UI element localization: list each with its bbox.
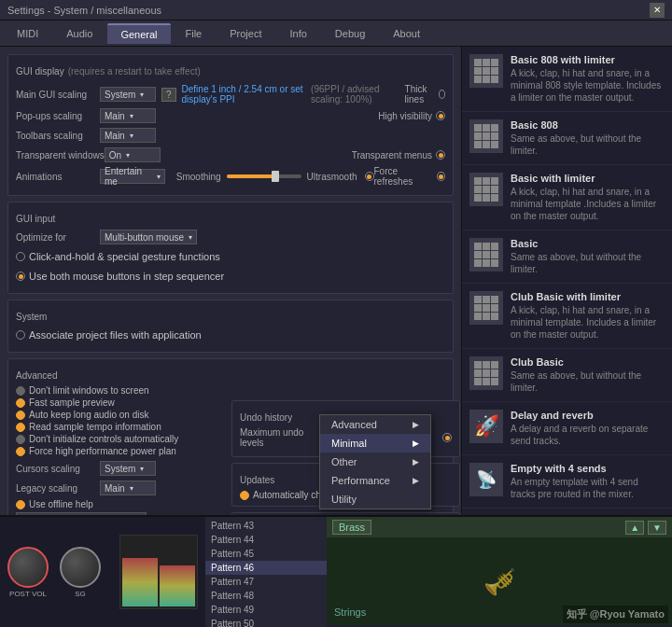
instrument-visual: 🎺 xyxy=(483,566,516,597)
template-icon-grid xyxy=(469,54,503,88)
toolbars-dropdown[interactable]: Main xyxy=(100,128,156,143)
bothbuttons-radio[interactable] xyxy=(16,272,25,281)
gui-display-subtitle: (requires a restart to take effect) xyxy=(68,66,201,77)
force-refresh-toggle[interactable] xyxy=(437,172,445,181)
auto-check-dot xyxy=(240,491,249,500)
undo-knob-toggle[interactable] xyxy=(442,433,452,442)
pattern-43[interactable]: Pattern 43 xyxy=(205,519,327,533)
post-vol-label: POST VOL xyxy=(9,590,47,598)
pattern-list: Pattern 43 Pattern 44 Pattern 45 Pattern… xyxy=(205,517,327,627)
pattern-49[interactable]: Pattern 49 xyxy=(205,603,327,617)
toolbars-label: Toolbars scaling xyxy=(16,131,100,141)
associate-label: Associate project files with application xyxy=(29,329,202,341)
menu-minimal[interactable]: Minimal▶ xyxy=(320,434,430,453)
tab-midi[interactable]: MIDI xyxy=(4,23,51,44)
trans-windows-label: Transparent windows xyxy=(16,150,105,160)
instrument-header: Brass ▲ ▼ xyxy=(327,517,672,537)
clickhold-radio[interactable] xyxy=(16,252,25,261)
offline-help-label: Use offline help xyxy=(29,499,93,509)
menu-utility[interactable]: Utility xyxy=(320,490,430,509)
pattern-46[interactable]: Pattern 46 xyxy=(205,561,327,575)
sg-knob[interactable] xyxy=(60,547,101,588)
animations-dropdown[interactable]: Entertain me xyxy=(100,169,165,184)
smoothing-slider[interactable] xyxy=(227,174,301,178)
gui-display-title: GUI display xyxy=(16,66,64,77)
optimize-label: Optimize for xyxy=(16,232,100,243)
template-icon-rocket: 🚀 xyxy=(469,410,503,443)
instrument-area: Brass ▲ ▼ 🎺 Strings xyxy=(327,517,672,627)
max-undo-label: Maximum undo levels xyxy=(240,427,329,448)
post-vol-knob-container: POST VOL xyxy=(7,547,49,598)
template-clubbasic[interactable]: Club Basic Same as above, but without th… xyxy=(462,349,672,402)
ultrasmooth-toggle[interactable] xyxy=(365,172,374,181)
sg-knob-container: SG xyxy=(60,547,101,598)
adv-check-1 xyxy=(16,398,25,408)
define-text: Define 1 inch / 2.54 cm or set display's… xyxy=(182,84,308,104)
main-scaling-label: Main GUI scaling xyxy=(16,90,100,100)
thick-lines-label: Thick lines xyxy=(405,84,435,104)
template-icon-grid3 xyxy=(469,173,503,206)
instrument-down-btn[interactable]: ▼ xyxy=(648,521,666,535)
adv-item-0[interactable]: Don't limit windows to screen xyxy=(16,385,445,396)
template-icon-grid6 xyxy=(469,356,503,390)
template-clubbasiclimiter[interactable]: Club Basic with limiter A kick, clap, hi… xyxy=(462,284,672,349)
template-empty4sends[interactable]: 📡 Empty with 4 sends An empty template w… xyxy=(462,455,672,509)
optimize-dropdown[interactable]: Multi-button mouse xyxy=(100,230,197,244)
tab-general[interactable]: General xyxy=(107,23,170,44)
tab-file[interactable]: File xyxy=(173,23,216,44)
template-icon-grid5 xyxy=(469,291,503,325)
tab-about[interactable]: About xyxy=(380,23,433,44)
tab-debug[interactable]: Debug xyxy=(322,23,378,44)
pattern-45[interactable]: Pattern 45 xyxy=(205,547,327,561)
bottom-bar: POST VOL SG Pattern 43 Pattern 44 Patter… xyxy=(0,515,672,627)
adv-check-4 xyxy=(16,435,25,444)
popups-dropdown[interactable]: Main xyxy=(100,108,156,123)
advanced-title: Advanced xyxy=(16,370,445,381)
template-basiclimiter[interactable]: Basic with limiter A kick, clap, hi hat … xyxy=(462,165,672,230)
tab-project[interactable]: Project xyxy=(217,23,274,44)
instrument-up-btn[interactable]: ▲ xyxy=(625,521,644,535)
post-vol-knob[interactable] xyxy=(7,547,49,588)
trans-windows-dropdown[interactable]: On xyxy=(105,147,161,162)
gui-input-section: GUI input Optimize for Multi-button mous… xyxy=(7,202,454,294)
template-basic808[interactable]: Basic 808 Same as above, but without the… xyxy=(462,112,672,165)
tab-bar: MIDI Audio General File Project Info Deb… xyxy=(0,21,672,47)
close-button[interactable]: ✕ xyxy=(650,3,665,18)
level-meter xyxy=(119,535,198,609)
template-icon-grid2 xyxy=(469,119,503,153)
thick-lines-toggle[interactable] xyxy=(439,90,445,99)
menu-other[interactable]: Other▶ xyxy=(320,453,430,471)
instrument-display: 🎺 Strings xyxy=(327,537,672,625)
default-template-menu: Advanced▶ Minimal▶ Other▶ Performance▶ U… xyxy=(319,414,431,509)
bottom-knobs: POST VOL SG xyxy=(0,517,205,627)
trans-menus-toggle[interactable] xyxy=(436,150,445,160)
pattern-44[interactable]: Pattern 44 xyxy=(205,533,327,547)
main-scaling-dropdown[interactable]: System xyxy=(100,87,156,102)
menu-advanced[interactable]: Advanced▶ xyxy=(320,415,430,434)
template-delayreverb[interactable]: 🚀 Delay and reverb A delay and a reverb … xyxy=(462,402,672,455)
tab-info[interactable]: Info xyxy=(277,23,320,44)
template-basic[interactable]: Basic Same as above, but without the lim… xyxy=(462,230,672,284)
cursors-label: Cursors scaling xyxy=(16,464,100,474)
cursors-dropdown[interactable]: System xyxy=(100,461,156,476)
menu-performance[interactable]: Performance▶ xyxy=(320,471,430,490)
ppi-help-btn[interactable]: ? xyxy=(161,88,176,102)
system-title: System xyxy=(16,312,445,322)
pattern-50[interactable]: Pattern 50 xyxy=(205,617,327,627)
clickhold-label: Click-and-hold & special gesture functio… xyxy=(29,251,220,262)
template-basic808limiter[interactable]: Basic 808 with limiter A kick, clap, hi … xyxy=(462,47,672,112)
pattern-48[interactable]: Pattern 48 xyxy=(205,589,327,603)
template-icon-send: 📡 xyxy=(469,463,503,496)
pattern-47[interactable]: Pattern 47 xyxy=(205,575,327,589)
sg-label: SG xyxy=(75,590,86,598)
gui-input-title: GUI input xyxy=(16,214,445,224)
legacy-dropdown[interactable]: Main xyxy=(100,481,156,495)
associate-radio[interactable] xyxy=(16,330,25,340)
bothbuttons-label: Use both mouse buttons in step sequencer xyxy=(29,271,224,282)
tab-audio[interactable]: Audio xyxy=(53,23,105,44)
strings-label: Strings xyxy=(334,606,366,618)
offline-help-check xyxy=(16,500,25,509)
instrument-name[interactable]: Brass xyxy=(332,520,371,535)
adv-check-5 xyxy=(16,447,25,456)
high-vis-toggle[interactable] xyxy=(436,111,445,120)
